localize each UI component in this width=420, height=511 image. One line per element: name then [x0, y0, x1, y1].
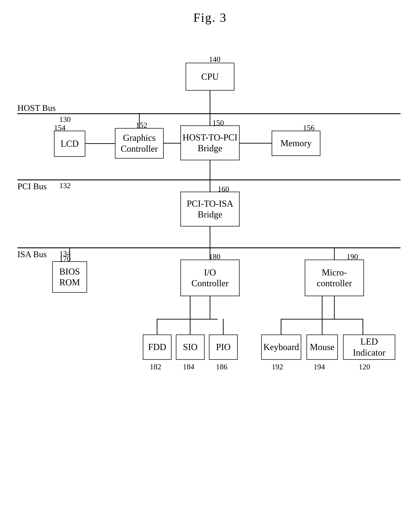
- host-bridge-box: HOST-TO-PCI Bridge: [180, 125, 240, 160]
- graphics-to-bridge-line: [164, 143, 181, 144]
- diagram: CPU 140 HOST Bus 130 HOST-TO-PCI Bridge …: [0, 28, 420, 511]
- pci-bus-ref: 132: [59, 181, 71, 190]
- mouse-box: Mouse: [307, 335, 338, 360]
- micro-controller-down-line: [334, 296, 335, 319]
- sio-box: SIO: [176, 335, 205, 360]
- lcd-ref: 154: [54, 123, 66, 132]
- host-bus-ref: 130: [59, 115, 71, 124]
- pci-isa-bridge-ref: 160: [218, 185, 229, 194]
- io-controller-down-line: [210, 296, 210, 319]
- bridge-to-pci-line: [210, 160, 210, 180]
- micro-to-isa-line: [334, 247, 335, 260]
- host-bus-line: [17, 113, 400, 114]
- graphics-to-host-line: [139, 113, 140, 128]
- lcd-box: LCD: [54, 131, 85, 157]
- isa-bus-label: ISA Bus: [17, 249, 47, 259]
- memory-ref: 156: [303, 123, 315, 132]
- pio-box: PIO: [209, 335, 238, 360]
- host-bus-to-bridge-line: [210, 113, 210, 126]
- pci-to-pci-isa-line: [210, 179, 210, 192]
- pio-ref: 186: [216, 362, 227, 371]
- graphics-controller-box: Graphics Controller: [115, 128, 164, 159]
- bios-to-isa-line: [69, 247, 70, 262]
- io-to-h-line: [190, 296, 190, 319]
- graphics-controller-ref: 152: [136, 121, 147, 130]
- page-title: Fig. 3: [0, 0, 420, 25]
- cpu-box: CPU: [186, 63, 234, 91]
- isa-bus-line: [17, 247, 400, 248]
- host-bridge-ref: 150: [212, 118, 224, 127]
- bridge-to-memory-line: [240, 143, 272, 144]
- keyboard-line: [281, 319, 281, 335]
- fdd-ref: 182: [150, 362, 161, 371]
- sio-ref: 184: [183, 362, 194, 371]
- mouse-ref: 194: [314, 362, 325, 371]
- host-bus-label: HOST Bus: [17, 103, 56, 113]
- micro-bottom-h-line: [281, 319, 362, 320]
- io-controller-box: I/O Controller: [180, 259, 240, 296]
- io-to-isa-line: [210, 247, 210, 260]
- cpu-ref: 140: [209, 55, 220, 64]
- lcd-to-graphics-line: [85, 143, 115, 144]
- pio-line: [223, 319, 224, 335]
- bios-rom-box: BIOS ROM: [52, 261, 87, 293]
- pci-bus-line: [17, 179, 400, 180]
- pci-isa-to-isa-line: [210, 227, 210, 248]
- keyboard-box: Keyboard: [261, 335, 301, 360]
- bios-rom-ref: 170: [59, 254, 71, 263]
- fdd-box: FDD: [143, 335, 172, 360]
- keyboard-ref: 192: [272, 362, 283, 371]
- led-indicator-box: LED Indicator: [343, 335, 395, 360]
- led-line: [362, 319, 363, 335]
- mouse-line: [322, 319, 322, 335]
- micro-to-h-line: [322, 296, 322, 319]
- io-bottom-h-line: [157, 319, 218, 320]
- micro-controller-ref: 190: [346, 252, 358, 261]
- io-controller-ref: 180: [209, 252, 220, 261]
- micro-controller-box: Micro- controller: [305, 259, 364, 296]
- led-indicator-ref: 120: [359, 362, 370, 371]
- pci-isa-bridge-box: PCI-TO-ISA Bridge: [180, 192, 240, 227]
- pci-bus-label: PCI Bus: [17, 181, 47, 191]
- cpu-to-host-line: [210, 91, 210, 113]
- fdd-line: [157, 319, 158, 335]
- sio-line: [190, 319, 190, 335]
- memory-box: Memory: [272, 131, 320, 156]
